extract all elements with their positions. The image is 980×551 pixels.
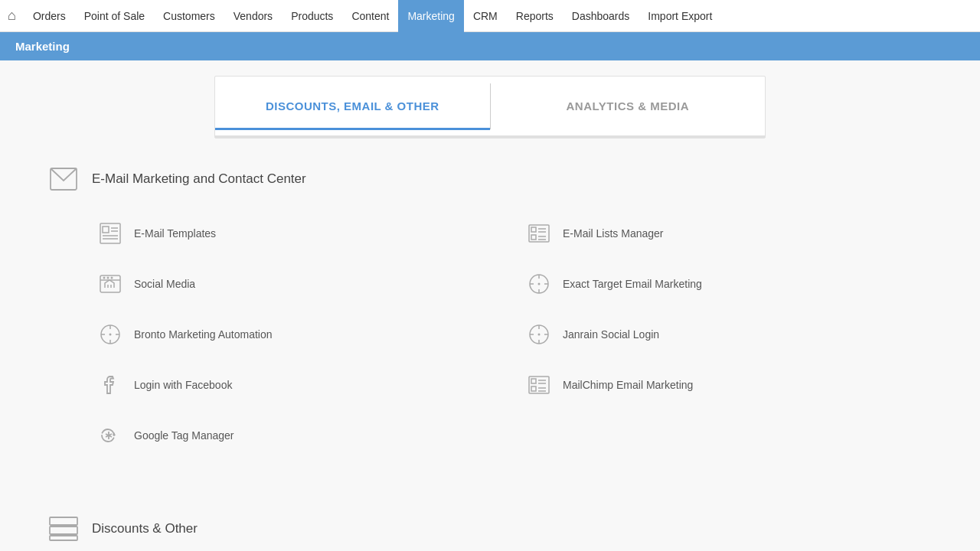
email-lists-icon	[524, 219, 554, 248]
mailchimp-icon	[524, 370, 554, 399]
tab-header: DISCOUNTS, EMAIL & OTHER ANALYTICS & MED…	[215, 77, 765, 138]
section-email-title-row: E-Mail Marketing and Contact Center	[46, 161, 934, 196]
svg-rect-50	[50, 536, 77, 540]
email-section-icon	[46, 161, 80, 196]
list-item[interactable]: Social Media	[92, 262, 505, 306]
list-item[interactable]: E-Mail Lists Manager	[521, 211, 934, 256]
svg-rect-2	[103, 227, 109, 233]
bronto-label: Bronto Marketing Automation	[134, 328, 273, 341]
svg-point-33	[538, 334, 541, 336]
email-section-title: E-Mail Marketing and Contact Center	[92, 171, 306, 187]
svg-rect-8	[531, 227, 536, 232]
nav-products[interactable]: Products	[282, 0, 342, 32]
nav-orders[interactable]: Orders	[24, 0, 75, 32]
nav-customers[interactable]: Customers	[154, 0, 224, 32]
list-item[interactable]: Google Tag Manager	[92, 413, 505, 458]
discounts-title-row: Discounts & Other	[46, 511, 934, 546]
google-tag-label: Google Tag Manager	[134, 429, 234, 442]
tab-discounts-email[interactable]: DISCOUNTS, EMAIL & OTHER	[215, 84, 490, 128]
bronto-icon	[96, 320, 125, 349]
list-item[interactable]: Exact Target Email Marketing	[521, 262, 934, 306]
discounts-section-title: Discounts & Other	[92, 521, 198, 536]
nav-crm[interactable]: CRM	[464, 0, 507, 32]
nav-import-export[interactable]: Import Export	[639, 0, 721, 32]
list-item[interactable]: Bronto Marketing Automation	[92, 312, 505, 357]
svg-point-17	[103, 277, 106, 279]
svg-rect-49	[50, 527, 77, 534]
page-header: Marketing	[0, 32, 980, 60]
janrain-icon	[524, 320, 554, 349]
exact-target-label: Exact Target Email Marketing	[563, 278, 702, 290]
discounts-section-icon	[46, 511, 80, 546]
list-item[interactable]: Login with Facebook	[92, 363, 505, 407]
section-discounts: Discounts & Other % Discounts Manager	[0, 488, 980, 551]
facebook-icon	[96, 370, 125, 399]
social-media-label: Social Media	[134, 278, 195, 290]
google-tag-icon	[96, 421, 125, 450]
tab-container: DISCOUNTS, EMAIL & OTHER ANALYTICS & MED…	[214, 76, 766, 139]
social-media-icon	[96, 269, 125, 298]
top-navigation: ⌂ Orders Point of Sale Customers Vendors…	[0, 0, 980, 32]
main-content: DISCOUNTS, EMAIL & OTHER ANALYTICS & MED…	[0, 60, 980, 551]
mailchimp-label: MailChimp Email Marketing	[563, 379, 693, 391]
email-lists-label: E-Mail Lists Manager	[563, 227, 664, 240]
nav-reports[interactable]: Reports	[507, 0, 563, 32]
facebook-label: Login with Facebook	[134, 379, 232, 391]
home-icon[interactable]: ⌂	[8, 8, 16, 24]
svg-rect-40	[531, 386, 536, 391]
nav-point-of-sale[interactable]: Point of Sale	[75, 0, 154, 32]
tab-analytics-media[interactable]: ANALYTICS & MEDIA	[491, 84, 766, 128]
svg-point-21	[538, 283, 541, 285]
nav-dashboards[interactable]: Dashboards	[563, 0, 639, 32]
nav-marketing[interactable]: Marketing	[398, 0, 463, 32]
exact-target-icon	[524, 269, 554, 298]
list-item[interactable]: MailChimp Email Marketing	[521, 363, 934, 407]
svg-point-18	[107, 277, 109, 279]
email-items-grid: E-Mail Templates E-Mail Lists Manager	[92, 211, 934, 458]
svg-rect-9	[531, 235, 536, 240]
nav-vendors[interactable]: Vendors	[224, 0, 282, 32]
nav-content[interactable]: Content	[342, 0, 398, 32]
janrain-label: Janrain Social Login	[563, 328, 659, 341]
svg-rect-39	[531, 379, 536, 383]
email-templates-icon	[96, 219, 125, 248]
list-item[interactable]: E-Mail Templates	[92, 211, 505, 256]
svg-point-19	[111, 277, 113, 279]
svg-point-27	[109, 334, 112, 336]
section-email-marketing: E-Mail Marketing and Contact Center E-Ma…	[0, 139, 980, 488]
svg-rect-48	[50, 517, 77, 525]
list-item[interactable]: Janrain Social Login	[521, 312, 934, 357]
page-title: Marketing	[15, 40, 70, 53]
email-templates-label: E-Mail Templates	[134, 227, 216, 240]
